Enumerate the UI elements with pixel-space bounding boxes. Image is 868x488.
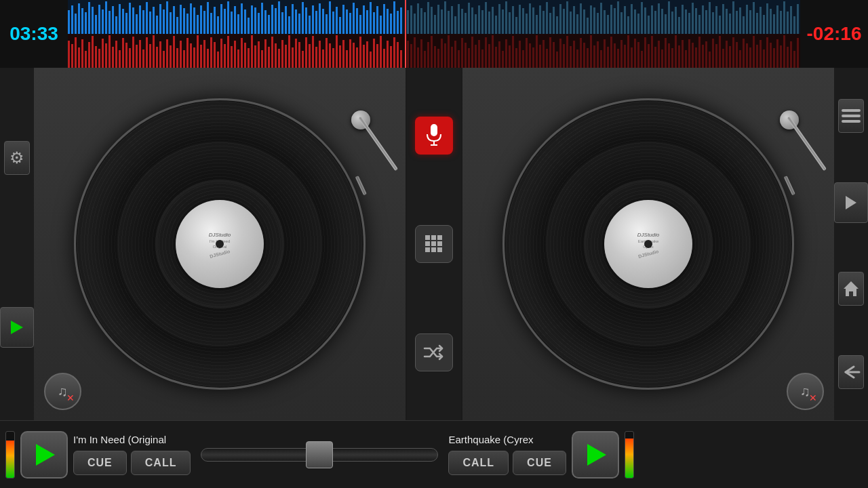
svg-rect-425 [773,48,775,68]
svg-rect-206 [766,3,768,34]
svg-rect-8 [92,7,94,34]
right-play-btn[interactable] [572,431,619,479]
svg-rect-160 [610,5,612,34]
left-music-remove-button[interactable]: ♫ ✕ [44,373,81,410]
svg-rect-82 [342,5,344,34]
svg-rect-248 [170,45,172,68]
svg-rect-211 [783,1,785,34]
svg-rect-126 [495,16,497,34]
svg-rect-222 [81,39,83,68]
svg-rect-412 [729,46,731,68]
svg-rect-372 [593,45,595,68]
svg-rect-185 [695,8,697,34]
left-cue-button[interactable]: CUE [73,451,127,475]
right-turntable[interactable]: DJStudio EarthquakeCyrex DJStudio [502,98,794,390]
svg-rect-164 [624,6,626,34]
decks-container: DJStudio I'm In NeedOriginal DJStudio ♫ … [34,68,834,420]
svg-rect-157 [600,3,602,34]
grid-button[interactable] [415,225,453,263]
svg-rect-123 [485,2,487,34]
waveform-bottom [68,34,800,68]
svg-rect-229 [105,43,107,68]
left-play-button[interactable] [0,307,34,348]
svg-rect-216 [405,0,406,34]
svg-rect-374 [600,50,602,68]
svg-rect-95 [387,9,389,34]
crossfader-track[interactable] [201,448,438,462]
settings-button[interactable]: ⚙ [4,141,30,175]
right-music-remove-button[interactable]: ♫ ✕ [787,373,824,410]
svg-rect-272 [251,35,253,68]
svg-rect-375 [604,39,606,68]
svg-rect-212 [787,12,789,34]
svg-rect-228 [102,39,104,68]
crossfader-knob[interactable] [306,441,333,468]
left-call-button[interactable]: CALL [131,451,191,475]
right-call-button[interactable]: CALL [448,451,509,475]
svg-rect-287 [302,51,304,68]
bottom-bar: I'm In Need (Original CUE CALL Earthquak… [0,420,868,488]
svg-rect-334 [465,43,467,68]
waveform-container[interactable] [68,0,800,68]
svg-rect-134 [522,8,524,34]
right-play-button[interactable] [834,182,868,223]
svg-rect-86 [356,8,358,34]
svg-rect-25 [149,12,151,34]
home-icon [842,280,860,298]
svg-rect-153 [587,18,589,34]
svg-rect-442 [437,241,442,246]
svg-rect-41 [203,11,205,34]
left-turntable[interactable]: DJStudio I'm In NeedOriginal DJStudio [74,98,366,390]
crossfader-section [191,448,448,462]
svg-rect-77 [326,14,328,34]
svg-rect-255 [193,47,195,68]
svg-rect-11 [102,9,104,34]
svg-rect-246 [163,51,165,68]
svg-rect-284 [292,47,294,68]
left-play-btn[interactable] [20,431,68,479]
shuffle-button[interactable] [415,333,453,371]
right-cue-button[interactable]: CUE [513,451,566,475]
svg-rect-189 [709,2,711,34]
svg-rect-23 [142,10,144,34]
svg-rect-66 [288,16,290,34]
svg-rect-22 [139,5,141,34]
svg-rect-341 [488,44,490,68]
svg-rect-130 [509,12,511,34]
svg-rect-271 [248,48,250,68]
svg-rect-83 [346,9,348,34]
svg-rect-78 [329,1,331,34]
svg-rect-313 [390,46,392,68]
svg-rect-434 [431,124,437,136]
mic-button[interactable] [415,117,453,155]
svg-rect-89 [366,10,368,34]
svg-rect-294 [326,38,328,68]
svg-rect-397 [678,45,680,68]
back-button[interactable] [838,355,864,389]
svg-rect-352 [526,38,528,68]
svg-rect-163 [620,12,623,34]
home-button[interactable] [838,272,864,306]
svg-rect-54 [248,18,250,34]
svg-rect-371 [590,35,592,68]
svg-rect-243 [153,35,155,68]
svg-rect-18 [125,13,127,34]
svg-rect-44 [214,7,216,34]
right-volume-indicator [625,431,634,479]
svg-rect-180 [678,17,680,34]
svg-rect-48 [227,1,229,34]
svg-rect-80 [336,7,338,34]
svg-rect-233 [119,50,121,68]
svg-rect-75 [319,3,321,34]
svg-rect-345 [502,51,504,68]
svg-rect-81 [339,17,341,34]
svg-rect-194 [726,9,728,34]
center-controls [407,68,461,420]
svg-rect-136 [529,3,531,34]
menu-button[interactable] [838,99,864,133]
svg-rect-391 [658,41,660,68]
svg-rect-2 [71,5,73,34]
svg-rect-224 [88,42,90,68]
svg-rect-234 [122,38,124,68]
svg-rect-198 [739,7,741,34]
